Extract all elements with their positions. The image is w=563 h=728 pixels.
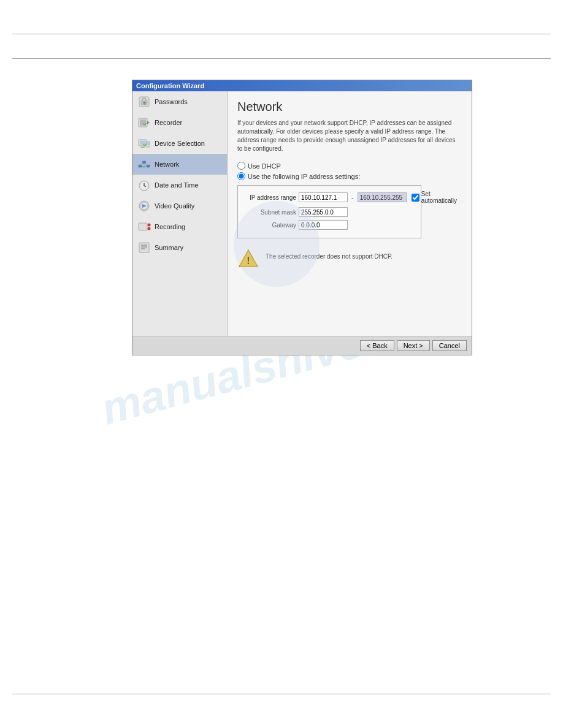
date-time-icon xyxy=(137,178,151,192)
sidebar-item-network-label: Network xyxy=(155,161,179,168)
svg-line-19 xyxy=(144,164,148,165)
sidebar-item-date-time[interactable]: Date and Time xyxy=(132,175,227,195)
ip-settings-box: IP address range - Set automatically Sub… xyxy=(237,185,421,238)
svg-rect-13 xyxy=(147,142,149,145)
use-following-radio[interactable] xyxy=(237,172,245,180)
sidebar-item-summary-label: Summary xyxy=(155,244,183,251)
svg-point-25 xyxy=(144,185,145,186)
sidebar-item-summary[interactable]: Summary xyxy=(132,237,227,258)
sidebar-item-recording-label: Recording xyxy=(155,223,185,230)
radio-group: Use DHCP Use the following IP address se… xyxy=(237,162,462,180)
ip-to-input[interactable] xyxy=(358,192,407,202)
recorder-icon xyxy=(137,116,151,129)
svg-rect-16 xyxy=(143,161,146,164)
recording-icon xyxy=(137,220,151,233)
sidebar-item-network[interactable]: Network xyxy=(132,154,227,175)
subnet-row: Subnet mask xyxy=(244,207,415,217)
second-rule xyxy=(12,58,551,59)
bottom-rule xyxy=(12,694,551,694)
use-following-label: Use the following IP address settings: xyxy=(248,173,360,180)
sidebar-item-video-quality[interactable]: Video Quality xyxy=(132,195,227,216)
cancel-button[interactable]: Cancel xyxy=(432,340,467,351)
page-description: If your devices and your network support… xyxy=(237,119,462,153)
svg-point-30 xyxy=(148,227,151,230)
device-selection-icon xyxy=(137,137,151,150)
svg-rect-11 xyxy=(140,147,145,148)
sidebar-item-video-quality-label: Video Quality xyxy=(155,202,194,210)
gateway-input[interactable] xyxy=(299,220,348,230)
radio-use-dhcp-option[interactable]: Use DHCP xyxy=(237,162,462,170)
sidebar-item-device-selection[interactable]: Device Selection xyxy=(132,133,227,154)
use-dhcp-label: Use DHCP xyxy=(248,162,281,170)
sidebar-item-recorder[interactable]: Recorder xyxy=(132,112,227,133)
svg-text:!: ! xyxy=(247,256,250,266)
svg-rect-17 xyxy=(147,165,150,167)
video-quality-icon xyxy=(137,199,151,213)
svg-marker-20 xyxy=(142,165,146,168)
svg-rect-33 xyxy=(139,243,149,252)
back-button[interactable]: < Back xyxy=(360,340,394,351)
gateway-label: Gateway xyxy=(244,222,296,229)
network-icon xyxy=(137,157,151,171)
warning-icon: ! xyxy=(237,248,259,270)
sidebar-item-passwords[interactable]: Passwords xyxy=(132,91,227,112)
svg-rect-10 xyxy=(142,146,144,147)
sidebar-item-date-time-label: Date and Time xyxy=(155,181,199,189)
wizard-sidebar: Passwords Recorder xyxy=(132,91,228,336)
svg-point-29 xyxy=(148,224,151,227)
svg-rect-15 xyxy=(139,165,142,167)
main-content-area: Network If your devices and your network… xyxy=(228,91,472,336)
subnet-label: Subnet mask xyxy=(244,209,296,216)
use-dhcp-radio[interactable] xyxy=(237,162,245,170)
sidebar-item-passwords-label: Passwords xyxy=(155,98,188,105)
svg-rect-9 xyxy=(140,141,145,145)
next-button[interactable]: Next > xyxy=(397,340,430,351)
set-automatically-label: Set automatically xyxy=(421,191,457,204)
warning-area: ! The selected recorder does not support… xyxy=(237,248,462,270)
wizard-title: Configuration Wizard xyxy=(136,82,204,89)
warning-message: The selected recorder does not support D… xyxy=(266,253,393,260)
ip-dash: - xyxy=(351,194,354,201)
wizard-footer: < Back Next > Cancel xyxy=(132,336,472,355)
ip-range-row: IP address range - Set automatically xyxy=(244,191,415,204)
svg-marker-6 xyxy=(147,121,150,124)
wizard-dialog: Configuration Wizard Passwords xyxy=(132,80,472,355)
radio-use-following-option[interactable]: Use the following IP address settings: xyxy=(237,172,462,180)
subnet-input[interactable] xyxy=(299,207,348,217)
top-rule xyxy=(12,34,551,34)
svg-line-18 xyxy=(140,164,145,165)
set-automatically-checkbox[interactable] xyxy=(412,194,419,202)
svg-rect-28 xyxy=(139,223,147,230)
page-title: Network xyxy=(237,100,462,114)
summary-icon xyxy=(137,241,151,254)
ip-range-label: IP address range xyxy=(244,194,296,201)
sidebar-item-recorder-label: Recorder xyxy=(155,119,182,126)
wizard-title-bar: Configuration Wizard xyxy=(132,80,472,91)
sidebar-item-device-selection-label: Device Selection xyxy=(155,140,205,147)
gateway-row: Gateway xyxy=(244,220,415,230)
sidebar-item-recording[interactable]: Recording xyxy=(132,216,227,237)
passwords-icon xyxy=(137,95,151,108)
wizard-body: Passwords Recorder xyxy=(132,91,472,336)
ip-from-input[interactable] xyxy=(299,192,348,202)
